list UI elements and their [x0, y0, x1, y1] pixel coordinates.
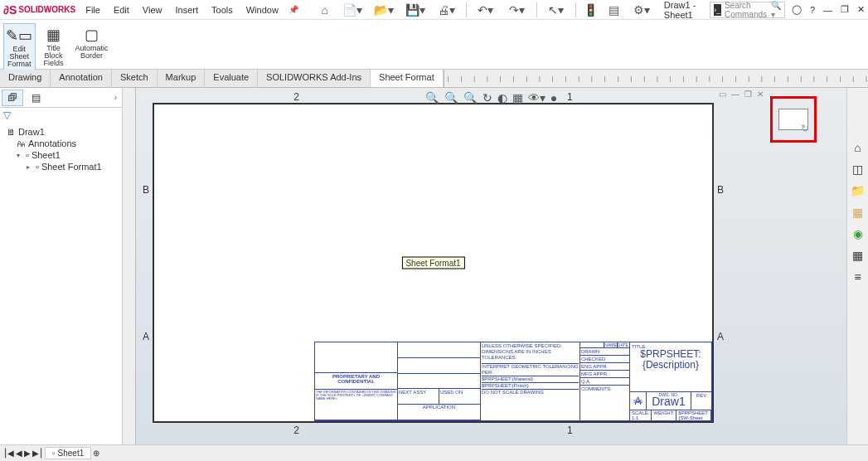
- user-icon[interactable]: ◯: [792, 4, 802, 15]
- settings-icon[interactable]: ⚙▾: [628, 2, 656, 18]
- tab-drawing[interactable]: Drawing: [0, 70, 51, 87]
- tab-evaluate[interactable]: Evaluate: [205, 70, 258, 87]
- zone-label: 2: [293, 91, 299, 103]
- tree-sheet-format1[interactable]: ▸▫Sheet Format1: [2, 161, 120, 172]
- zoom-prev-icon[interactable]: 🔍: [463, 91, 478, 104]
- help-icon[interactable]: ?: [810, 5, 815, 15]
- display-style-icon[interactable]: ▦: [512, 91, 523, 104]
- tab-sketch[interactable]: Sketch: [112, 70, 158, 87]
- custom-props-icon[interactable]: ≡: [850, 269, 866, 285]
- heads-up-toolbar: 🔍 🔍 🔍 ↻ ◐ ▦ 👁▾ ●: [425, 91, 557, 104]
- divider: [536, 2, 537, 17]
- menu-edit[interactable]: Edit: [107, 3, 136, 17]
- add-sheet-icon[interactable]: ⊕: [93, 449, 99, 458]
- ambient-icon[interactable]: ●: [550, 91, 557, 104]
- section-icon[interactable]: ◐: [497, 91, 507, 104]
- edit-format-icon: ✎▭: [9, 26, 29, 46]
- home-icon[interactable]: ⌂: [315, 2, 335, 18]
- hide-show-icon[interactable]: 👁▾: [528, 91, 546, 104]
- tab-sheet-format[interactable]: Sheet Format: [371, 70, 444, 87]
- sheet-tooltip: Sheet Format1: [401, 257, 464, 269]
- nav-next-icon[interactable]: ▶: [24, 449, 31, 458]
- tree-annotations[interactable]: 🗛Annotations: [2, 138, 120, 149]
- command-icon: ›_: [714, 4, 721, 16]
- menu-tools[interactable]: Tools: [205, 3, 240, 17]
- tree-root[interactable]: 🗎Draw1: [2, 126, 120, 138]
- restore-icon[interactable]: ❐: [841, 4, 849, 15]
- open-icon[interactable]: 📂▾: [370, 2, 398, 18]
- title-block-icon: ▦: [44, 25, 64, 45]
- automatic-border-button[interactable]: ▢ Automatic Border: [72, 23, 112, 61]
- tree-sheet1[interactable]: ▾▫Sheet1: [2, 149, 120, 161]
- rebuild-icon[interactable]: 🚦: [581, 2, 601, 18]
- undo-icon[interactable]: ↶▾: [472, 2, 500, 18]
- annotation-highlight: [770, 96, 817, 143]
- appearances-icon[interactable]: ▦: [850, 247, 866, 264]
- document-title: Draw1 - Sheet1: [664, 0, 701, 20]
- menu-view[interactable]: View: [136, 3, 169, 17]
- resources-icon[interactable]: ◫: [850, 161, 866, 177]
- nav-first-icon[interactable]: ⎮◀: [3, 449, 14, 458]
- task-pane: ⌂ ◫ 📁 ▦ ◉ ▦ ≡: [846, 88, 868, 444]
- title-block[interactable]: PROPRIETARY AND CONFIDENTIAL THE INFORMA…: [314, 342, 712, 421]
- filter-icon[interactable]: ▽: [0, 108, 122, 123]
- menu-insert[interactable]: Insert: [169, 3, 206, 17]
- feature-tree: 🗎Draw1 🗛Annotations ▾▫Sheet1 ▸▫Sheet For…: [0, 123, 122, 176]
- close-icon[interactable]: ✕: [857, 4, 865, 15]
- zone-label: B: [143, 184, 149, 196]
- pin-icon[interactable]: 📌: [289, 5, 298, 14]
- zone-label: A: [143, 331, 149, 342]
- file-explorer-icon[interactable]: ▦: [850, 204, 866, 221]
- print-icon[interactable]: 🖨▾: [433, 2, 461, 18]
- view-palette-pane-icon[interactable]: ◉: [850, 226, 866, 242]
- menu-file[interactable]: File: [79, 3, 107, 17]
- nav-prev-icon[interactable]: ◀: [16, 449, 22, 458]
- tab-markup[interactable]: Markup: [158, 70, 206, 87]
- close-view-icon[interactable]: ✕: [757, 90, 764, 99]
- menu-window[interactable]: Window: [240, 3, 285, 17]
- select-icon[interactable]: ↖▾: [542, 2, 570, 18]
- tab-annotation[interactable]: Annotation: [51, 70, 112, 87]
- divider: [466, 2, 467, 17]
- min-view-icon[interactable]: ▭: [719, 90, 726, 99]
- minimize-icon[interactable]: —: [823, 5, 832, 15]
- auto-border-icon: ▢: [82, 25, 102, 45]
- app-logo: ∂SSOLIDWORKS: [3, 3, 75, 17]
- sheet-tab-1[interactable]: ▫Sheet1: [45, 447, 91, 459]
- feature-tree-tab[interactable]: 🗊: [2, 90, 23, 106]
- sheet-border: 2 1 2 1 B A B A Sheet Format1 PROPRIETAR…: [153, 103, 714, 423]
- expand-panel-icon[interactable]: ›: [111, 93, 120, 102]
- zone-label: 1: [567, 91, 573, 103]
- options-list-icon[interactable]: ▤: [604, 2, 624, 18]
- zoom-fit-icon[interactable]: 🔍: [425, 91, 439, 104]
- tab-addins[interactable]: SOLIDWORKS Add-Ins: [258, 70, 371, 87]
- redo-icon[interactable]: ↷▾: [503, 2, 531, 18]
- zone-label: 1: [567, 425, 573, 436]
- view-icon[interactable]: —: [731, 90, 739, 99]
- search-input[interactable]: ›_ Search Commands 🔍▾: [710, 2, 785, 18]
- new-icon[interactable]: 📄▾: [338, 2, 366, 18]
- property-tab[interactable]: ▤: [25, 90, 46, 106]
- nav-last-icon[interactable]: ▶⎮: [32, 449, 43, 458]
- home-pane-icon[interactable]: ⌂: [850, 139, 866, 156]
- title-block-fields-button[interactable]: ▦ Title Block Fields: [41, 23, 67, 69]
- max-view-icon[interactable]: ❐: [744, 90, 752, 99]
- horizontal-ruler: | | | | | | | | | | | | | | | | | | | | …: [444, 70, 868, 87]
- zone-label: B: [717, 184, 724, 196]
- zone-label: A: [717, 331, 724, 342]
- zone-label: 2: [293, 425, 299, 436]
- drawing-canvas[interactable]: ▭ — ❐ ✕ 🔍 🔍 🔍 ↻ ◐ ▦ 👁▾ ● 2 1 2 1 B A B A: [136, 88, 846, 444]
- divider: [575, 2, 576, 17]
- vertical-ruler: [123, 88, 136, 444]
- search-glass-icon: 🔍▾: [771, 1, 781, 19]
- view-palette-icon[interactable]: [778, 109, 808, 130]
- zoom-area-icon[interactable]: 🔍: [444, 91, 458, 104]
- save-icon[interactable]: 💾▾: [401, 2, 429, 18]
- edit-sheet-format-button[interactable]: ✎▭ Edit Sheet Format: [3, 23, 36, 70]
- design-library-icon[interactable]: 📁: [850, 182, 866, 199]
- rotate-icon[interactable]: ↻: [482, 91, 492, 104]
